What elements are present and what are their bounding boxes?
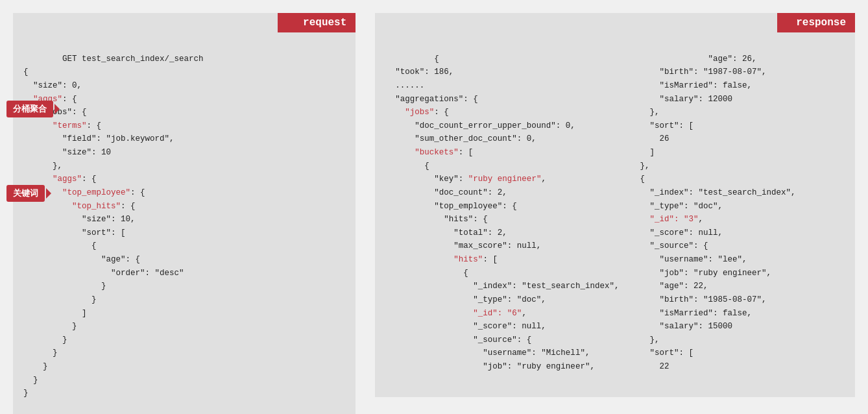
request-content: GET test_search_index/_search { "size": … xyxy=(13,13,356,414)
response-right-content: "age": 26, "birth": "1987-08-07", "isMar… xyxy=(629,32,855,397)
response-left-content: { "took": 186, ...... "aggregations": { … xyxy=(375,32,629,397)
request-panel-wrapper: 分桶聚合 关键词 request GET test_search_index/_… xyxy=(13,13,356,414)
response-panel-wrapper: response { "took": 186, ...... "aggregat… xyxy=(375,13,855,414)
guanjianc-label: 关键词 xyxy=(6,185,45,202)
main-container: 分桶聚合 关键词 request GET test_search_index/_… xyxy=(13,13,855,414)
fentong-label: 分桶聚合 xyxy=(6,101,53,117)
response-panel: response { "took": 186, ...... "aggregat… xyxy=(375,13,855,397)
request-panel: request GET test_search_index/_search { … xyxy=(13,13,356,414)
response-left-text: { "took": 186, ...... "aggregations": { … xyxy=(385,55,619,371)
response-header: response xyxy=(777,13,855,32)
response-right-text: "age": 26, "birth": "1987-08-07", "isMar… xyxy=(640,55,795,371)
response-content-wrapper: { "took": 186, ...... "aggregations": { … xyxy=(375,13,855,397)
